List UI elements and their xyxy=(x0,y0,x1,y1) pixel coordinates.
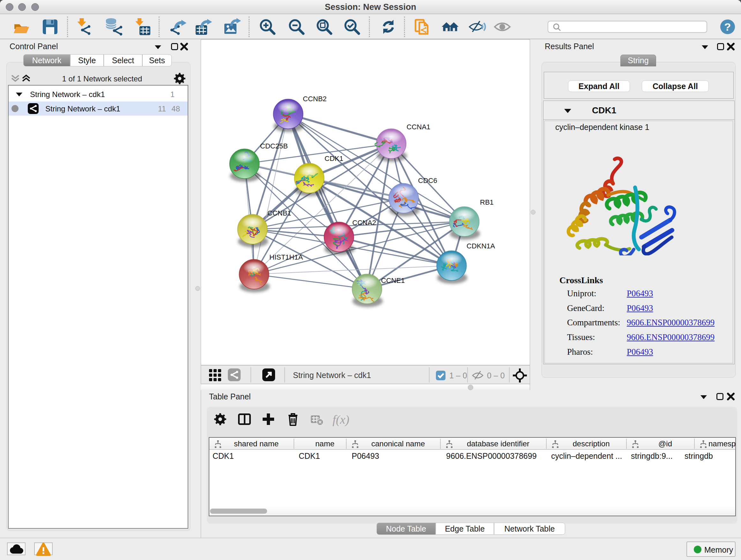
svg-text:CCNE1: CCNE1 xyxy=(381,276,405,285)
svg-text:HIST1H1A: HIST1H1A xyxy=(269,253,303,261)
svg-text:CDC6: CDC6 xyxy=(418,177,437,185)
svg-text:CCNA1: CCNA1 xyxy=(407,123,430,131)
svg-text:CCNB1: CCNB1 xyxy=(267,209,291,217)
svg-text:RB1: RB1 xyxy=(480,198,494,206)
svg-text:CCNA2: CCNA2 xyxy=(352,219,376,227)
svg-text:CDKN1A: CDKN1A xyxy=(467,242,495,250)
svg-text:CDK1: CDK1 xyxy=(325,154,343,163)
svg-text:CDC25B: CDC25B xyxy=(260,142,288,150)
svg-text:CCNB2: CCNB2 xyxy=(303,95,327,103)
